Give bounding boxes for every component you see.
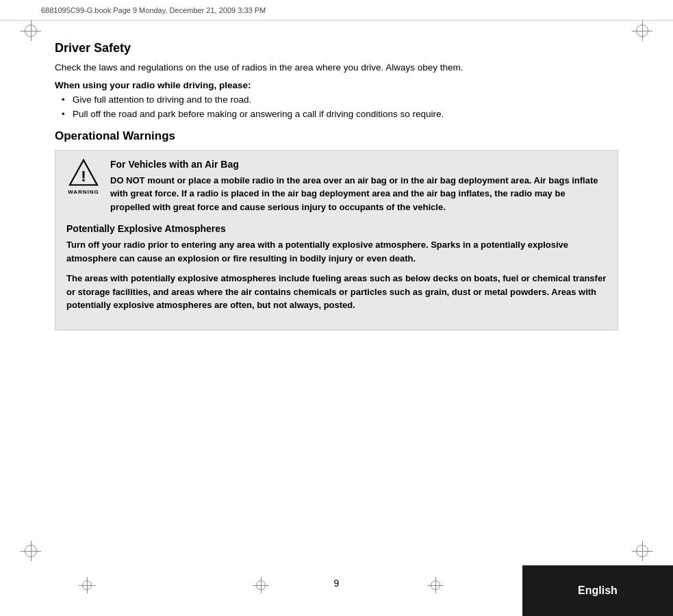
english-language-tab: English (522, 565, 673, 616)
reg-mark-top-right (632, 21, 652, 41)
page-header: 6881095C99-G.book Page 9 Monday, Decembe… (0, 0, 673, 21)
warning-header: ! WARNING For Vehicles with an Air Bag D… (66, 159, 607, 214)
warning-box: ! WARNING For Vehicles with an Air Bag D… (55, 150, 618, 331)
driver-safety-bold-intro: When using your radio while driving, ple… (55, 80, 618, 90)
air-bag-title: For Vehicles with an Air Bag (110, 159, 607, 170)
header-text: 6881095C99-G.book Page 9 Monday, Decembe… (41, 6, 266, 14)
warning-text-area: For Vehicles with an Air Bag DO NOT moun… (110, 159, 607, 214)
svg-text:!: ! (81, 168, 86, 185)
bottom-reg-1 (79, 577, 95, 593)
driver-safety-bullets: Give full attention to driving and to th… (55, 93, 618, 121)
driver-safety-title: Driver Safety (55, 41, 618, 55)
warning-triangle-icon: ! (68, 159, 99, 186)
air-bag-body: DO NOT mount or place a mobile radio in … (110, 174, 607, 214)
explosive-body1: Turn off your radio prior to entering an… (66, 238, 607, 265)
bottom-reg-2 (253, 577, 269, 593)
operational-warnings-title: Operational Warnings (55, 129, 618, 143)
driver-safety-intro: Check the laws and regulations on the us… (55, 61, 618, 75)
reg-mark-top-left (21, 21, 41, 41)
bullet-item-2: Pull off the road and park before making… (62, 107, 618, 121)
warning-label: WARNING (68, 189, 99, 195)
bottom-reg-3 (427, 577, 444, 593)
bottom-reg-row (0, 554, 522, 616)
main-content: Driver Safety Check the laws and regulat… (41, 21, 632, 554)
bullet-item-1: Give full attention to driving and to th… (62, 93, 618, 107)
explosive-title: Potentially Explosive Atmospheres (66, 223, 607, 234)
explosive-body2: The areas with potentially explosive atm… (66, 272, 607, 312)
english-label: English (578, 585, 618, 597)
warning-icon-area: ! WARNING (66, 159, 101, 195)
